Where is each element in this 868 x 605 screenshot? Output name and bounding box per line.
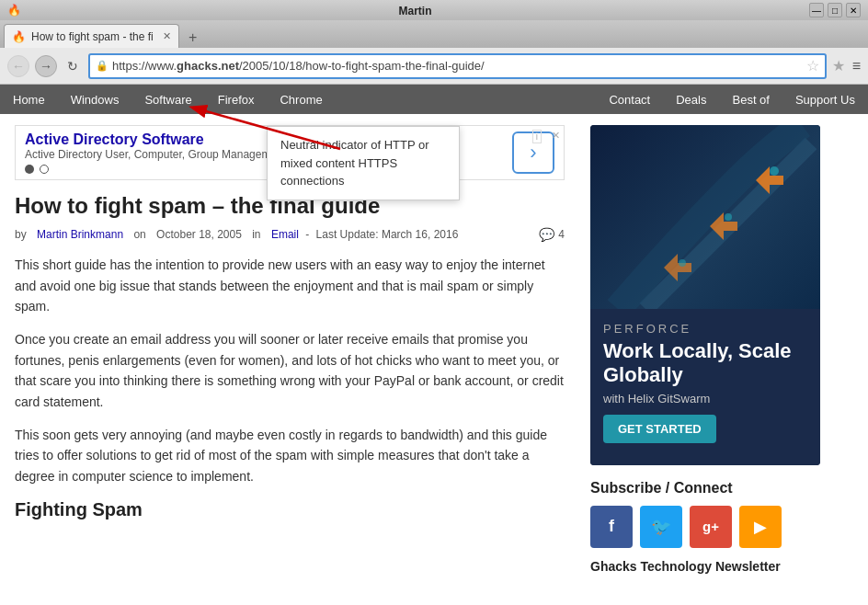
twitter-icon[interactable]: 🐦 xyxy=(640,506,682,548)
sidebar-ad: PERFORCE Work Locally, Scale Globally wi… xyxy=(590,125,820,465)
url-text: https://www.ghacks.net/2005/10/18/how-to… xyxy=(112,59,803,73)
tab-title: How to fight spam - the fi xyxy=(31,30,154,43)
title-bar-left: 🔥 xyxy=(7,4,21,17)
nav-item-contact[interactable]: Contact xyxy=(596,85,663,114)
article-meta: by Martin Brinkmann on October 18, 2005 … xyxy=(15,227,565,242)
close-button[interactable]: ✕ xyxy=(846,3,861,17)
rss-icon[interactable]: ▶ xyxy=(739,506,782,548)
star-icon[interactable]: ☆ xyxy=(806,57,819,74)
article-date: October 18, 2005 xyxy=(156,228,242,241)
title-bar-user: Martin xyxy=(399,3,432,17)
minimize-button[interactable]: — xyxy=(809,3,824,17)
nav-item-home[interactable]: Home xyxy=(0,85,58,114)
subscribe-title: Subscribe / Connect xyxy=(590,480,826,497)
googleplus-icon[interactable]: g+ xyxy=(690,506,732,548)
back-button[interactable]: ← xyxy=(7,55,29,77)
address-bar-wrapper: ← → ↻ 🔒 https://www.ghacks.net/2005/10/1… xyxy=(0,48,868,85)
perforce-logo: PERFORCE xyxy=(590,309,820,339)
lock-icon: 🔒 xyxy=(96,60,108,72)
nav-item-deals[interactable]: Deals xyxy=(663,85,719,114)
comment-icon: 💬 xyxy=(539,227,554,242)
nav-item-supportus[interactable]: Support Us xyxy=(782,85,868,114)
nav-item-windows[interactable]: Windows xyxy=(58,85,132,114)
ad-info-badge[interactable]: i xyxy=(532,130,542,143)
author-link[interactable]: Martin Brinkmann xyxy=(37,228,123,241)
bookmark-icon[interactable]: ★ xyxy=(832,57,845,74)
perforce-cta-button[interactable]: GET STARTED xyxy=(603,415,716,443)
svg-point-6 xyxy=(725,213,732,221)
new-tab-button[interactable]: + xyxy=(181,28,205,48)
tab-bar: 🔥 How to fight spam - the fi ✕ + xyxy=(0,20,868,48)
perforce-subline: with Helix GitSwarm xyxy=(590,388,820,415)
newsletter-title: Ghacks Technology Newsletter xyxy=(590,559,826,574)
article-body: This short guide has the intention to pr… xyxy=(15,255,565,486)
title-bar-controls: — □ ✕ xyxy=(809,3,861,17)
last-update: Last Update: March 16, 2016 xyxy=(316,228,459,241)
comment-count: 💬 4 xyxy=(539,227,565,242)
svg-point-7 xyxy=(679,259,686,267)
nav-item-bestof[interactable]: Best of xyxy=(719,85,782,114)
forward-button[interactable]: → xyxy=(35,55,57,77)
refresh-button[interactable]: ↻ xyxy=(63,56,83,76)
browser-menu-button[interactable]: ≡ xyxy=(852,58,861,74)
ad-close-button[interactable]: ✕ xyxy=(552,130,560,142)
article-paragraph-3: This soon gets very annoying (and maybe … xyxy=(15,425,565,486)
annotation-arrow xyxy=(175,98,359,154)
sidebar: PERFORCE Work Locally, Scale Globally wi… xyxy=(579,114,837,585)
section-title-fighting-spam: Fighting Spam xyxy=(15,499,565,520)
ad-dot-2 xyxy=(40,165,49,174)
tab-favicon: 🔥 xyxy=(12,30,26,43)
address-bar: ← → ↻ 🔒 https://www.ghacks.net/2005/10/1… xyxy=(0,48,868,85)
article-paragraph-1: This short guide has the intention to pr… xyxy=(15,255,565,316)
tab-close-button[interactable]: ✕ xyxy=(163,30,171,42)
svg-line-1 xyxy=(193,108,340,149)
category-link[interactable]: Email xyxy=(271,228,299,241)
url-input[interactable]: 🔒 https://www.ghacks.net/2005/10/18/how-… xyxy=(88,53,827,79)
maximize-button[interactable]: □ xyxy=(828,3,842,17)
subscribe-section: Subscribe / Connect f 🐦 g+ ▶ Ghacks Tech… xyxy=(590,480,826,574)
ad-dot-1 xyxy=(25,165,34,174)
title-bar-favicon: 🔥 xyxy=(7,4,21,17)
nav-menu: Home Windows Software Firefox Chrome Con… xyxy=(0,85,868,114)
ad-decoration xyxy=(590,125,820,309)
social-icons: f 🐦 g+ ▶ xyxy=(590,506,826,548)
browser-tab[interactable]: 🔥 How to fight spam - the fi ✕ xyxy=(4,24,179,48)
facebook-icon[interactable]: f xyxy=(590,506,633,548)
perforce-headline: Work Locally, Scale Globally xyxy=(590,339,820,388)
title-bar: 🔥 Martin — □ ✕ xyxy=(0,0,868,20)
svg-point-5 xyxy=(770,166,779,176)
article-paragraph-2: Once you create an email address you wil… xyxy=(15,329,565,412)
address-bar-right: ★ ≡ xyxy=(832,57,861,74)
